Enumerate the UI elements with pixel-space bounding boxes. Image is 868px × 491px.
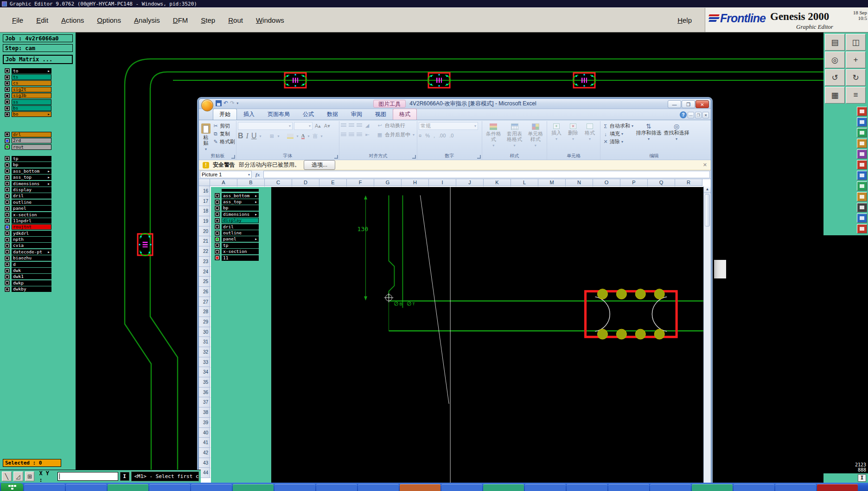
fill-button[interactable]: ↓填充▾ [602, 130, 634, 138]
layer-label[interactable]: biaozhu [12, 255, 51, 261]
layer-label[interactable]: dwk [12, 268, 51, 273]
restore-button[interactable]: ❐ [682, 100, 695, 108]
layer-row[interactable]: tp [0, 155, 76, 162]
layer-label[interactable]: ass_top▸ [12, 174, 51, 180]
minimize-button[interactable]: — [668, 100, 681, 108]
wrap-text-button[interactable]: 自动换行 [385, 122, 405, 129]
layer-row[interactable]: dwk1 [0, 274, 76, 280]
font-color-icon[interactable]: A [301, 133, 305, 139]
tool-button[interactable]: ↻ [846, 69, 866, 86]
shortcut-button[interactable] [857, 139, 867, 148]
office-button[interactable] [201, 99, 213, 111]
layer-label[interactable]: datecode-pt▸ [12, 249, 51, 255]
layer-label[interactable]: sig2t [12, 87, 51, 92]
layer-row[interactable]: bo▸ [0, 111, 76, 117]
row-header[interactable]: 39 [199, 418, 210, 428]
align-middle-icon[interactable] [349, 123, 354, 128]
underline-button[interactable]: U [251, 132, 257, 140]
column-header[interactable]: B [237, 179, 265, 186]
ribbon-tab[interactable]: 格式 [393, 109, 417, 120]
row-header[interactable]: 23 [199, 257, 210, 267]
row-header[interactable]: 18 [199, 206, 210, 216]
comma-icon[interactable]: , [434, 133, 435, 138]
taskbar-item[interactable] [316, 484, 357, 491]
row-header[interactable]: 27 [199, 297, 210, 307]
taskbar-item[interactable] [525, 484, 566, 491]
insert-cells-button[interactable]: + 插入▾ [549, 122, 564, 154]
borders-icon[interactable]: ⊞ [269, 133, 274, 139]
layer-row[interactable]: dwkby [0, 286, 76, 292]
workbook-close-button[interactable]: ✕ [702, 112, 709, 118]
decrease-decimal-icon[interactable]: .0 [449, 133, 453, 138]
scrollbar-thumb[interactable] [705, 194, 710, 226]
layer-checkbox[interactable] [5, 237, 10, 242]
tool-button[interactable]: + [846, 52, 866, 68]
number-format-select[interactable]: 常规▾ [419, 122, 478, 130]
layer-label[interactable]: to▸ [12, 68, 51, 74]
column-header[interactable]: O [593, 179, 620, 186]
shortcut-button[interactable] [857, 117, 867, 127]
row-header[interactable]: 41 [199, 438, 210, 448]
ribbon-tab[interactable]: 视图 [369, 109, 393, 120]
font-dialog-launcher-icon[interactable] [334, 155, 338, 159]
layer-row[interactable]: sig2t [0, 86, 76, 92]
taskbar-item[interactable] [775, 484, 816, 491]
layer-checkbox[interactable] [5, 75, 10, 80]
layer-checkbox[interactable] [5, 106, 10, 111]
taskbar-item[interactable] [608, 484, 649, 491]
layer-label[interactable]: tp [12, 156, 51, 162]
row-header[interactable]: 36 [199, 388, 210, 398]
taskbar-item[interactable] [734, 484, 774, 491]
layer-checkbox[interactable] [5, 99, 10, 104]
layer-row[interactable]: 11npdrl [0, 218, 76, 224]
grid-tool-button[interactable]: ⊞ [25, 472, 35, 481]
menu-item[interactable]: Windows [255, 14, 285, 26]
ribbon-tab[interactable]: 插入 [237, 109, 261, 120]
clear-button[interactable]: ✕清除▾ [602, 138, 634, 146]
column-header[interactable]: A [210, 179, 237, 186]
taskbar-item[interactable] [692, 484, 733, 491]
align-bottom-icon[interactable] [357, 123, 362, 128]
taskbar-item[interactable] [567, 484, 607, 491]
layer-row[interactable]: dwk [0, 267, 76, 273]
row-header[interactable]: 34 [199, 367, 210, 377]
layer-checkbox[interactable] [5, 212, 10, 217]
row-header[interactable]: 29 [199, 317, 210, 327]
row-header[interactable]: 35 [199, 377, 210, 388]
tool-button[interactable]: ▤ [825, 34, 845, 51]
copy-button[interactable]: ⧉复制 [212, 130, 236, 138]
layer-row[interactable]: ss [0, 99, 76, 105]
delete-cells-button[interactable]: ✕ 删除▾ [565, 122, 581, 154]
embedded-picture[interactable]: ass_bottom▸ ass_top▸ [211, 187, 703, 491]
bold-button[interactable]: B [238, 132, 243, 140]
tool-button[interactable]: ≡ [846, 87, 866, 103]
layer-checkbox[interactable] [5, 225, 10, 230]
menu-item[interactable]: Step [200, 14, 216, 26]
shortcut-button[interactable] [857, 224, 867, 233]
layer-row[interactable]: datecode-pt▸ [0, 249, 76, 255]
shortcut-button[interactable] [857, 213, 867, 223]
align-left-icon[interactable] [341, 133, 346, 137]
layer-label[interactable]: panel [12, 206, 51, 211]
clipboard-dialog-launcher-icon[interactable] [231, 155, 235, 159]
menu-item[interactable]: Analysis [133, 14, 161, 26]
taskbar-item[interactable] [191, 484, 232, 491]
close-button[interactable]: ✕ [696, 100, 709, 108]
layer-checkbox[interactable] [5, 187, 10, 192]
row-header[interactable]: 21 [199, 236, 210, 246]
layer-label[interactable]: rout [12, 144, 51, 150]
autosum-button[interactable]: Σ自动求和▾ [602, 122, 634, 130]
increase-decimal-icon[interactable]: .00 [439, 133, 446, 138]
redo-icon[interactable]: ↷ [230, 100, 235, 106]
insert-mode-button[interactable]: I [120, 472, 129, 481]
layer-checkbox[interactable] [5, 274, 10, 279]
row-header[interactable]: 26 [199, 287, 210, 297]
column-header[interactable]: J [456, 179, 484, 186]
taskbar-item[interactable] [24, 484, 65, 491]
menu-item[interactable]: DFM [172, 14, 189, 26]
ribbon-tab[interactable]: 审阅 [345, 109, 369, 120]
layer-checkbox[interactable] [5, 168, 10, 174]
layer-label[interactable]: ts [12, 74, 51, 80]
layer-label[interactable]: roujtnt [12, 224, 51, 230]
column-header[interactable]: C [265, 179, 292, 186]
